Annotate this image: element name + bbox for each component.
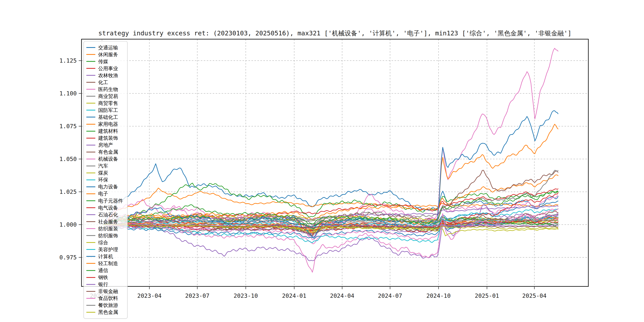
legend-swatch	[86, 284, 96, 285]
legend-label: 银行	[98, 281, 108, 288]
legend-item-休闲服务: 休闲服务	[86, 52, 125, 58]
legend-swatch	[86, 110, 96, 110]
legend-item-汽车: 汽车	[86, 163, 125, 169]
legend-swatch	[86, 242, 96, 243]
y-tick-label: 0.975	[60, 254, 77, 261]
x-tick-label: 2024-01	[282, 292, 306, 299]
legend-swatch	[86, 270, 96, 271]
legend-label: 休闲服务	[98, 51, 118, 58]
legend-swatch	[86, 277, 96, 278]
legend-swatch	[86, 166, 96, 166]
x-tick-label: 2025-01	[475, 292, 499, 299]
legend-item-非银金融: 非银金融	[86, 288, 125, 294]
legend-item-电子元器件: 电子元器件	[86, 198, 125, 204]
legend-swatch	[86, 186, 96, 187]
legend-item-通信: 通信	[86, 268, 125, 274]
legend-label: 美容护理	[98, 246, 118, 253]
legend-item-房地产: 房地产	[86, 142, 125, 148]
legend-item-银行: 银行	[86, 282, 125, 288]
legend-swatch	[86, 221, 96, 222]
y-tick-label: 1.025	[60, 188, 77, 195]
legend-item-计算机: 计算机	[86, 254, 125, 260]
legend-item-美容护理: 美容护理	[86, 246, 125, 252]
legend-swatch	[86, 138, 96, 138]
legend-label: 纺织服饰	[98, 232, 118, 239]
legend-swatch	[86, 103, 96, 104]
y-tick-label: 1.050	[60, 156, 77, 162]
legend-label: 商业贸易	[98, 93, 118, 100]
y-tick-label: 1.000	[60, 221, 77, 228]
legend-label: 建筑材料	[98, 128, 118, 134]
legend-label: 电气设备	[98, 204, 118, 211]
legend-item-医药生物: 医药生物	[86, 86, 125, 92]
legend-label: 农林牧渔	[98, 72, 118, 79]
legend-item-石油石化: 石油石化	[86, 212, 125, 218]
legend-swatch	[86, 172, 96, 173]
figure: strategy industry excess ret: (20230103,…	[0, 0, 644, 322]
legend-label: 计算机	[98, 253, 113, 260]
legend-item-商贸零售: 商贸零售	[86, 100, 125, 106]
legend-label: 家用电器	[98, 121, 118, 128]
legend-label: 房地产	[98, 142, 113, 148]
legend-item-建筑材料: 建筑材料	[86, 128, 125, 134]
legend-item-传媒: 传媒	[86, 58, 125, 64]
legend-label: 交通运输	[98, 44, 118, 51]
legend-item-黑色金属: 黑色金属	[86, 309, 125, 315]
legend-swatch	[86, 158, 96, 160]
legend-item-食品饮料: 食品饮料	[86, 295, 125, 301]
y-tick-label: 1.100	[60, 90, 77, 97]
legend-swatch	[86, 61, 96, 62]
legend-item-公用事业: 公用事业	[86, 66, 125, 71]
legend-swatch	[86, 200, 96, 201]
legend-swatch	[86, 145, 96, 146]
legend-swatch	[86, 263, 96, 264]
x-tick-label: 2023-04	[137, 292, 162, 299]
legend-swatch	[86, 194, 96, 194]
legend-swatch	[86, 235, 96, 236]
y-tick-label: 1.125	[60, 57, 77, 64]
legend-swatch	[86, 96, 96, 96]
legend-label: 电子	[98, 190, 108, 197]
x-tick-label: 2024-10	[426, 292, 450, 299]
legend-label: 食品饮料	[98, 295, 118, 302]
x-tick-label: 2025-04	[522, 292, 546, 299]
legend-item-社会服务: 社会服务	[86, 219, 125, 224]
legend-label: 石油石化	[98, 212, 118, 218]
legend-item-餐饮旅游: 餐饮旅游	[86, 302, 125, 308]
legend-label: 餐饮旅游	[98, 302, 118, 308]
legend-item-交通运输: 交通运输	[86, 44, 125, 50]
legend-item-商业贸易: 商业贸易	[86, 93, 125, 99]
legend-item-家用电器: 家用电器	[86, 121, 125, 127]
x-tick-label: 2024-04	[330, 292, 354, 299]
legend-item-机械设备: 机械设备	[86, 156, 125, 162]
legend-label: 公用事业	[98, 65, 118, 72]
legend-swatch	[86, 47, 96, 48]
legend-item-综合: 综合	[86, 240, 125, 246]
legend-swatch	[86, 305, 96, 306]
x-tick-label: 2024-07	[378, 292, 402, 299]
legend-item-纺织服饰: 纺织服饰	[86, 232, 125, 238]
legend-item-电力设备: 电力设备	[86, 184, 125, 190]
legend-label: 非银金融	[98, 288, 118, 294]
y-tick-label: 1.075	[60, 123, 77, 130]
legend-swatch	[86, 117, 96, 118]
legend-swatch	[86, 89, 96, 90]
legend-label: 煤炭	[98, 170, 108, 176]
legend-label: 有色金属	[98, 149, 118, 155]
legend-item-国防军工: 国防军工	[86, 107, 125, 113]
legend-label: 环保	[98, 176, 108, 183]
legend-swatch	[86, 82, 96, 83]
x-tick-label: 2023-07	[185, 292, 210, 299]
legend-label: 国防军工	[98, 107, 118, 114]
legend-label: 传媒	[98, 58, 108, 65]
legend-swatch	[86, 249, 96, 250]
legend-item-建筑装饰: 建筑装饰	[86, 135, 125, 141]
legend-swatch	[86, 152, 96, 152]
legend-item-电气设备: 电气设备	[86, 205, 125, 211]
legend-label: 黑色金属	[98, 309, 118, 316]
legend-swatch	[86, 68, 96, 69]
legend-swatch	[86, 256, 96, 257]
legend-label: 通信	[98, 267, 108, 274]
legend-item-纺织服装: 纺织服装	[86, 226, 125, 232]
legend-item-煤炭: 煤炭	[86, 170, 125, 176]
